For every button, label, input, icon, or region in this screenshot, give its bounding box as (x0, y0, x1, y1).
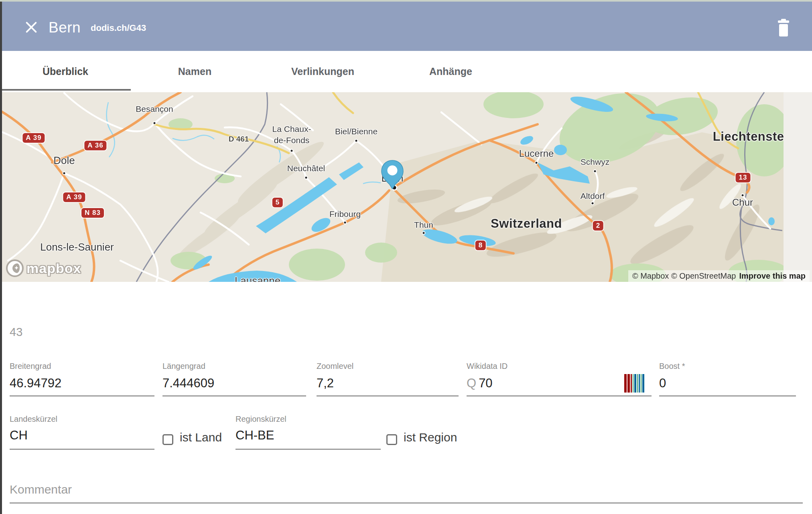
kommentar-underline (10, 502, 803, 504)
route-shield-8: 8 (475, 241, 486, 250)
kommentar-input[interactable]: Kommentar (10, 483, 72, 496)
city-dot (63, 172, 66, 175)
landeskuerzel-underline (10, 449, 154, 450)
route-shield-2: 2 (593, 221, 603, 231)
city-dot (593, 170, 597, 173)
route-shield-5: 5 (272, 198, 283, 207)
map-label-lons: Lons-le-Saunier (40, 241, 114, 253)
city-dot (290, 149, 294, 153)
ist-land-label: ist Land (180, 431, 222, 444)
landeskuerzel-input[interactable]: CH (10, 428, 28, 443)
wikidata-label: Wikidata ID (467, 362, 508, 371)
zoomlevel-input[interactable]: 7,2 (317, 376, 334, 391)
city-dot (591, 202, 595, 205)
breitengrad-underline (10, 395, 154, 397)
city-dot (535, 161, 538, 165)
route-shield-n83: N 83 (81, 208, 104, 218)
map-label-neuchatel: Neuchâtel (287, 164, 325, 173)
tab-label: Anhänge (429, 66, 472, 77)
improve-map-link[interactable]: Improve this map (739, 271, 806, 280)
map-label-schwyz: Schwyz (581, 157, 609, 167)
map-label-liechtenstein: Liechtenstein (713, 130, 784, 144)
map-label-lausanne: Lausanne (235, 275, 280, 282)
city-dot (304, 176, 308, 180)
tab-label: Überblick (43, 66, 88, 77)
wikidata-value: 70 (479, 376, 492, 390)
breitengrad-label: Breitengrad (10, 362, 51, 371)
map-attribution: © Mapbox © OpenStreetMapImprove this map (628, 270, 810, 282)
map-canvas[interactable]: Besançon Dole La Chaux- de-Fonds Biel/Bi… (0, 92, 812, 282)
map-label-dole: Dole (53, 154, 75, 167)
city-dot (422, 231, 426, 235)
route-shield-13: 13 (736, 173, 751, 182)
regionskuerzel-label: Regionskürzel (235, 415, 286, 424)
route-shield-a39-south: A 39 (63, 192, 85, 202)
laengengrad-underline (162, 395, 306, 397)
route-shield-a36: A 36 (84, 141, 106, 150)
active-tab-underline (0, 89, 131, 91)
wikidata-icon (624, 374, 645, 393)
map-label-biel: Biel/Bienne (335, 127, 378, 136)
map-label-altdorf: Altdorf (581, 191, 605, 201)
breitengrad-input[interactable]: 46.94792 (10, 376, 61, 391)
city-dot (343, 221, 347, 225)
tab-verlinkungen[interactable]: Verlinkungen (259, 51, 387, 92)
attribution-osm-link[interactable]: © OpenStreetMap (671, 271, 736, 280)
regionskuerzel-input[interactable]: CH-BE (235, 428, 274, 443)
map-label-la-chaux-1: La Chaux- (272, 124, 311, 134)
map-label-d461: D 461 (229, 135, 249, 144)
ist-region-label: ist Region (404, 431, 457, 444)
top-strip (0, 0, 812, 2)
mapbox-logo[interactable]: mapbox (6, 259, 81, 277)
left-edge-strip (0, 2, 2, 514)
laengengrad-label: Längengrad (162, 362, 205, 371)
landeskuerzel-label: Landeskürzel (10, 415, 57, 424)
zoomlevel-label: Zoomlevel (317, 362, 353, 371)
wikidata-underline (467, 395, 652, 397)
map-label-thun: Thun (414, 220, 433, 230)
header-bar: Bern dodis.ch/G43 (0, 2, 812, 51)
tab-ueberblick[interactable]: Überblick (0, 51, 131, 92)
attribution-mapbox-link[interactable]: © Mapbox (632, 271, 669, 280)
record-id: 43 (10, 326, 22, 339)
boost-input[interactable]: 0 (659, 376, 666, 391)
map-label-la-chaux-2: de-Fonds (274, 136, 310, 145)
map-label-besancon: Besançon (136, 104, 173, 114)
map-tiles: Besançon Dole La Chaux- de-Fonds Biel/Bi… (0, 92, 784, 282)
mapbox-wordmark: mapbox (26, 261, 81, 276)
map-label-fribourg: Fribourg (329, 209, 361, 219)
wikidata-input[interactable]: Q70 (467, 376, 493, 391)
map-label-switzerland: Switzerland (491, 217, 562, 231)
place-editor-window: Bern dodis.ch/G43 Überblick Namen Verlin… (0, 0, 812, 514)
route-shield-a39: A 39 (22, 133, 45, 143)
tab-label: Namen (178, 66, 211, 77)
mapbox-logo-icon (6, 259, 24, 277)
boost-label: Boost * (659, 362, 685, 371)
map-label-chur: Chur (732, 197, 753, 208)
tab-bar: Überblick Namen Verlinkungen Anhänge (0, 51, 812, 92)
close-icon[interactable] (24, 20, 39, 34)
page-title: Bern (49, 19, 81, 36)
zoomlevel-underline (317, 395, 459, 397)
boost-underline (659, 395, 796, 397)
city-dot (153, 121, 156, 125)
ist-region-checkbox[interactable] (386, 434, 397, 445)
location-pin-icon (381, 159, 404, 191)
tab-namen[interactable]: Namen (131, 51, 259, 92)
city-dot (355, 139, 358, 143)
delete-icon[interactable] (777, 19, 790, 37)
dodis-id-badge: dodis.ch/G43 (91, 23, 146, 33)
tab-anhaenge[interactable]: Anhänge (387, 51, 515, 92)
regionskuerzel-underline (235, 449, 381, 450)
map-label-lucerne: Lucerne (519, 148, 554, 159)
wikidata-q-prefix: Q (467, 376, 476, 390)
tab-label: Verlinkungen (291, 66, 354, 77)
ist-land-checkbox[interactable] (162, 434, 173, 445)
laengengrad-input[interactable]: 7.444609 (162, 376, 214, 391)
